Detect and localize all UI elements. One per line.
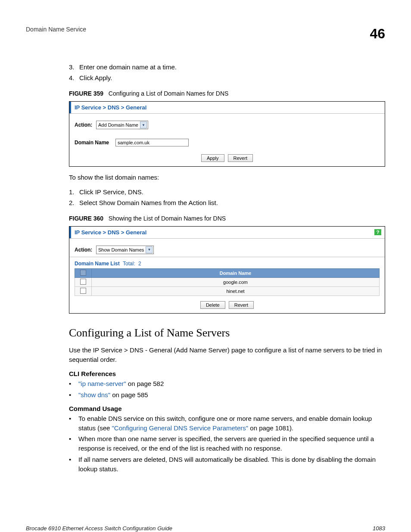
page-marker: 46 bbox=[370, 26, 385, 42]
header-section: Domain Name Service bbox=[26, 26, 86, 33]
breadcrumb: IP Service > DNS > General ? bbox=[69, 227, 385, 238]
step-number: 2. bbox=[69, 199, 79, 206]
domain-cell: google.com bbox=[92, 277, 380, 286]
action-select[interactable]: Show Domain Names ▼ bbox=[96, 246, 154, 254]
table-row: hinet.net bbox=[75, 286, 380, 296]
domain-name-table: Domain Name google.com hinet.net bbox=[75, 268, 380, 296]
chevron-down-icon[interactable]: ▼ bbox=[140, 121, 147, 128]
step-text: Select Show Domain Names from the Action… bbox=[79, 199, 218, 206]
delete-button[interactable]: Delete bbox=[200, 301, 225, 309]
cli-ref-link[interactable]: "ip name-server" bbox=[78, 380, 126, 387]
step-text: Click Apply. bbox=[79, 74, 112, 81]
bullet-text: When more than one name server is specif… bbox=[78, 434, 385, 453]
domain-name-label: Domain Name bbox=[75, 140, 115, 146]
step-text: Click IP Service, DNS. bbox=[79, 188, 143, 196]
page-footer: Brocade 6910 Ethernet Access Switch Conf… bbox=[26, 525, 385, 532]
list-item: • "show dns" on page 585 bbox=[69, 390, 385, 400]
bullet-text-post: on page 1081). bbox=[248, 424, 293, 432]
apply-button[interactable]: Apply bbox=[201, 154, 224, 162]
inline-link[interactable]: "Configuring General DNS Service Paramet… bbox=[112, 424, 249, 432]
step-text: Enter one domain name at a time. bbox=[79, 63, 177, 71]
figure-359-caption: FIGURE 359 Configuring a List of Domain … bbox=[69, 90, 385, 97]
step-number: 3. bbox=[69, 63, 79, 71]
figure-label: FIGURE 360 bbox=[69, 215, 103, 222]
column-header-domain: Domain Name bbox=[92, 268, 380, 277]
breadcrumb-text: IP Service > DNS > General bbox=[75, 104, 146, 111]
list-item: • "ip name-server" on page 582 bbox=[69, 379, 385, 389]
domain-list-total: 2 bbox=[138, 261, 141, 267]
figure-360-panel: IP Service > DNS > General ? Action: Sho… bbox=[69, 226, 385, 314]
action-select-value: Add Domain Name bbox=[98, 122, 138, 128]
figure-caption-text: Showing the List of Domain Names for DNS bbox=[109, 215, 226, 222]
cli-ref-tail: on page 585 bbox=[110, 391, 148, 398]
revert-button[interactable]: Revert bbox=[229, 301, 254, 309]
breadcrumb: IP Service > DNS > General bbox=[69, 102, 385, 113]
list-item: • To enable DNS service on this switch, … bbox=[69, 414, 385, 433]
footer-page-number: 1083 bbox=[373, 525, 385, 532]
figure-label: FIGURE 359 bbox=[69, 90, 103, 97]
figure-359-panel: IP Service > DNS > General Action: Add D… bbox=[69, 101, 385, 167]
domain-name-input[interactable] bbox=[115, 139, 189, 146]
section-heading: Configuring a List of Name Servers bbox=[69, 327, 385, 339]
revert-button[interactable]: Revert bbox=[228, 154, 253, 162]
footer-title: Brocade 6910 Ethernet Access Switch Conf… bbox=[26, 525, 172, 532]
step-3: 3. Enter one domain name at a time. bbox=[69, 63, 385, 71]
action-label: Action: bbox=[75, 247, 96, 253]
table-row: google.com bbox=[75, 277, 380, 286]
breadcrumb-text: IP Service > DNS > General bbox=[75, 229, 146, 236]
figure-360-caption: FIGURE 360 Showing the List of Domain Na… bbox=[69, 215, 385, 222]
select-all-checkbox[interactable] bbox=[80, 270, 86, 276]
action-select-value: Show Domain Names bbox=[98, 247, 144, 252]
cli-references-heading: CLI References bbox=[69, 370, 385, 377]
cli-ref-link[interactable]: "show dns" bbox=[78, 391, 110, 398]
show-step-2: 2. Select Show Domain Names from the Act… bbox=[69, 199, 385, 206]
show-intro-text: To show the list domain names: bbox=[69, 173, 385, 182]
step-number: 1. bbox=[69, 188, 79, 196]
chevron-down-icon[interactable]: ▼ bbox=[146, 246, 153, 253]
step-number: 4. bbox=[69, 74, 79, 81]
show-step-1: 1. Click IP Service, DNS. bbox=[69, 188, 385, 196]
cli-ref-tail: on page 582 bbox=[126, 380, 164, 387]
domain-list-title: Domain Name List bbox=[75, 261, 120, 267]
row-checkbox[interactable] bbox=[80, 279, 86, 285]
section-intro: Use the IP Service > DNS - General (Add … bbox=[69, 345, 385, 364]
list-item: • When more than one name server is spec… bbox=[69, 434, 385, 453]
action-label: Action: bbox=[75, 122, 96, 128]
row-checkbox[interactable] bbox=[80, 288, 86, 294]
help-icon[interactable]: ? bbox=[374, 229, 381, 235]
action-select[interactable]: Add Domain Name ▼ bbox=[96, 121, 148, 129]
figure-caption-text: Configuring a List of Domain Names for D… bbox=[109, 90, 229, 97]
domain-cell: hinet.net bbox=[92, 286, 380, 296]
step-4: 4. Click Apply. bbox=[69, 74, 385, 81]
bullet-text: If all name servers are deleted, DNS wil… bbox=[78, 455, 385, 474]
domain-list-total-label: Total: bbox=[123, 261, 135, 267]
command-usage-heading: Command Usage bbox=[69, 405, 385, 412]
list-item: • If all name servers are deleted, DNS w… bbox=[69, 455, 385, 474]
